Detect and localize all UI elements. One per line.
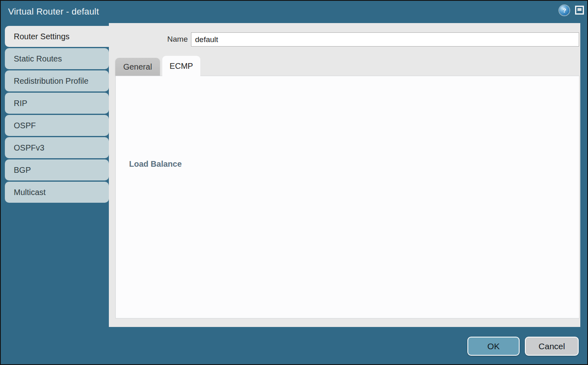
dialog-title: Virtual Router - default (8, 6, 99, 17)
titlebar: Virtual Router - default ? (1, 1, 587, 23)
tab-ecmp[interactable]: ECMP (162, 56, 200, 76)
ecmp-tab-content (115, 76, 580, 318)
sidebar-item-bgp[interactable]: BGP (5, 159, 109, 180)
virtual-router-dialog: Virtual Router - default ? Router Settin… (0, 0, 588, 365)
sidebar-item-static-routes[interactable]: Static Routes (5, 48, 109, 69)
cancel-button[interactable]: Cancel (525, 337, 579, 356)
sidebar-item-redistribution-profile[interactable]: Redistribution Profile (5, 70, 109, 91)
sidebar-item-multicast[interactable]: Multicast (5, 182, 109, 203)
name-label: Name (155, 35, 188, 44)
sidebar-item-ospfv3[interactable]: OSPFv3 (5, 137, 109, 158)
help-icon[interactable]: ? (559, 5, 569, 15)
sidebar-item-rip[interactable]: RIP (5, 93, 109, 114)
window-restore-icon-inner (577, 8, 582, 11)
window-restore-icon[interactable] (575, 6, 584, 15)
sidebar-item-ospf[interactable]: OSPF (5, 115, 109, 136)
sidebar: Router Settings Static Routes Redistribu… (5, 26, 109, 203)
sidebar-item-router-settings[interactable]: Router Settings (5, 26, 111, 47)
load-balance-legend: Load Balance (126, 159, 185, 169)
tab-general[interactable]: General (115, 58, 160, 76)
name-input[interactable] (191, 32, 579, 47)
ok-button[interactable]: OK (467, 337, 520, 356)
